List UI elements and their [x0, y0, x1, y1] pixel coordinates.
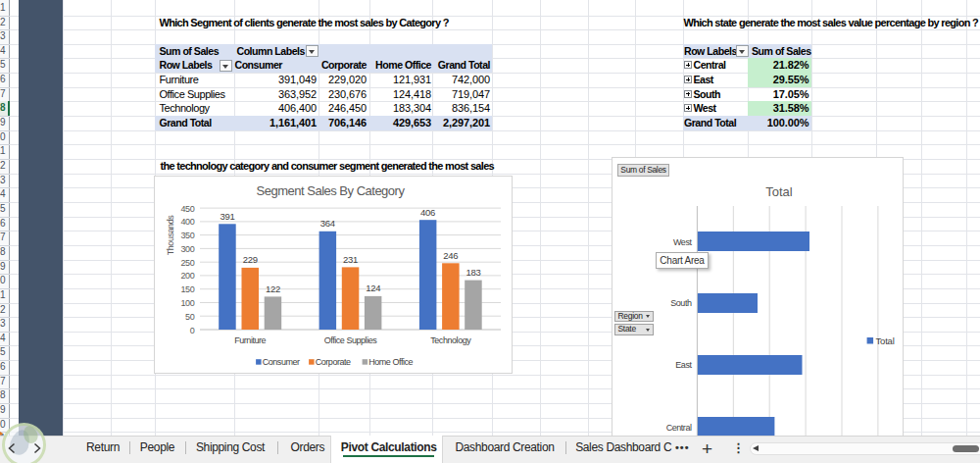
svg-text:364: 364	[320, 218, 335, 229]
svg-text:0: 0	[190, 326, 195, 335]
svg-text:Technology: Technology	[430, 335, 471, 345]
svg-text:Office Supplies: Office Supplies	[324, 335, 378, 345]
svg-text:122: 122	[266, 283, 280, 294]
svg-text:391: 391	[220, 211, 235, 222]
svg-text:Segment Sales By Category: Segment Sales By Category	[257, 183, 406, 198]
svg-text:400: 400	[180, 217, 194, 227]
svg-text:South: South	[670, 298, 692, 308]
svg-text:Total: Total	[876, 335, 895, 346]
svg-text:Consumer: Consumer	[263, 357, 300, 367]
svg-text:124: 124	[366, 283, 380, 293]
svg-text:Thousands: Thousands	[166, 215, 175, 255]
svg-text:Furniture: Furniture	[234, 335, 266, 345]
svg-text:Home Office: Home Office	[368, 357, 413, 367]
svg-text:Central: Central	[666, 423, 692, 433]
svg-text:200: 200	[180, 271, 194, 281]
svg-text:50: 50	[185, 312, 195, 322]
svg-text:250: 250	[180, 258, 194, 268]
svg-text:350: 350	[180, 231, 194, 240]
svg-text:East: East	[675, 360, 692, 370]
svg-text:300: 300	[180, 244, 194, 254]
svg-text:450: 450	[180, 204, 194, 214]
svg-text:100: 100	[180, 298, 194, 308]
svg-text:West: West	[673, 237, 692, 247]
svg-text:183: 183	[466, 267, 481, 278]
svg-text:246: 246	[443, 250, 458, 261]
svg-text:229: 229	[243, 254, 258, 265]
svg-text:Total: Total	[765, 184, 793, 199]
svg-text:231: 231	[343, 254, 358, 265]
svg-text:406: 406	[420, 207, 435, 218]
svg-text:150: 150	[180, 284, 194, 294]
svg-text:Corporate: Corporate	[316, 357, 351, 367]
